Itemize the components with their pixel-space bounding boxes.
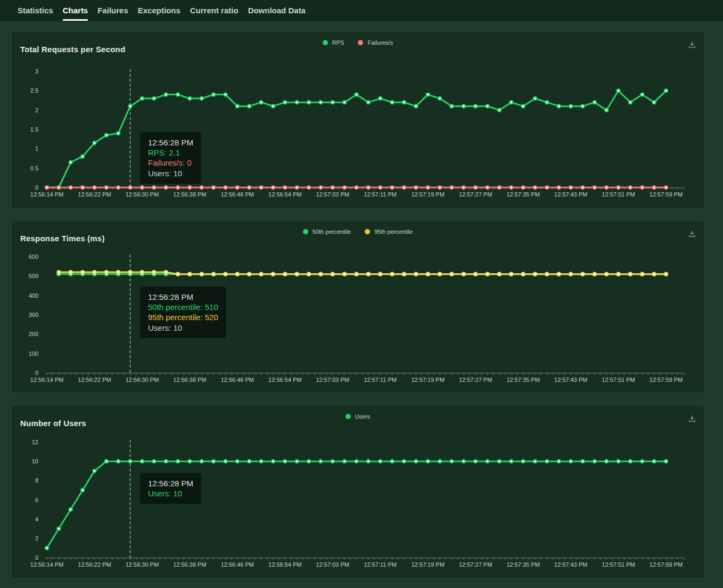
data-point[interactable] <box>200 97 203 100</box>
data-point[interactable] <box>605 186 608 189</box>
data-point[interactable] <box>510 101 513 104</box>
data-point[interactable] <box>117 460 120 463</box>
data-point[interactable] <box>141 460 144 463</box>
data-point[interactable] <box>522 460 525 463</box>
data-point[interactable] <box>498 273 501 276</box>
data-point[interactable] <box>272 273 275 276</box>
data-point[interactable] <box>545 273 548 276</box>
data-point[interactable] <box>81 271 84 274</box>
data-point[interactable] <box>81 155 84 158</box>
data-point[interactable] <box>653 101 656 104</box>
legend-item-users[interactable]: Users <box>346 413 371 420</box>
data-point[interactable] <box>343 273 346 276</box>
data-point[interactable] <box>343 186 346 189</box>
data-point[interactable] <box>426 273 430 276</box>
data-point[interactable] <box>569 186 572 189</box>
data-point[interactable] <box>367 273 370 276</box>
data-point[interactable] <box>533 460 537 463</box>
data-point[interactable] <box>117 186 120 189</box>
data-point[interactable] <box>640 273 644 276</box>
data-point[interactable] <box>93 186 96 189</box>
data-point[interactable] <box>593 460 596 463</box>
data-point[interactable] <box>93 271 96 274</box>
legend-item-rps[interactable]: RPS <box>323 39 344 46</box>
data-point[interactable] <box>248 273 251 276</box>
data-point[interactable] <box>486 186 489 189</box>
data-point[interactable] <box>260 186 263 189</box>
data-point[interactable] <box>45 546 48 550</box>
data-point[interactable] <box>426 460 430 463</box>
data-point[interactable] <box>272 460 275 463</box>
data-point[interactable] <box>176 273 179 276</box>
data-point[interactable] <box>355 273 358 276</box>
data-point[interactable] <box>331 460 334 463</box>
data-point[interactable] <box>248 186 251 189</box>
data-point[interactable] <box>462 460 465 463</box>
data-point[interactable] <box>93 141 96 144</box>
data-point[interactable] <box>331 273 334 276</box>
data-point[interactable] <box>367 101 370 104</box>
data-point[interactable] <box>141 271 144 274</box>
data-point[interactable] <box>664 460 668 463</box>
data-point[interactable] <box>545 101 548 104</box>
data-point[interactable] <box>69 508 72 511</box>
data-point[interactable] <box>224 186 227 189</box>
data-point[interactable] <box>498 186 501 189</box>
data-point[interactable] <box>498 460 501 463</box>
data-point[interactable] <box>248 460 251 463</box>
data-point[interactable] <box>522 104 525 108</box>
data-point[interactable] <box>200 460 203 463</box>
data-point[interactable] <box>640 460 644 463</box>
data-point[interactable] <box>379 460 382 463</box>
data-point[interactable] <box>402 460 406 463</box>
data-point[interactable] <box>557 186 561 189</box>
data-point[interactable] <box>379 186 382 189</box>
data-point[interactable] <box>474 460 477 463</box>
data-point[interactable] <box>617 89 620 92</box>
data-point[interactable] <box>105 460 108 463</box>
data-point[interactable] <box>236 186 239 189</box>
data-point[interactable] <box>664 186 668 189</box>
data-point[interactable] <box>69 161 72 164</box>
data-point[interactable] <box>295 186 299 189</box>
data-point[interactable] <box>188 273 191 276</box>
legend-item-50th-percentile[interactable]: 50th percentile <box>303 228 351 235</box>
data-point[interactable] <box>617 186 620 189</box>
data-point[interactable] <box>569 273 572 276</box>
data-point[interactable] <box>664 89 668 92</box>
data-point[interactable] <box>283 460 286 463</box>
data-point[interactable] <box>260 460 263 463</box>
data-point[interactable] <box>295 273 299 276</box>
data-point[interactable] <box>319 273 322 276</box>
data-point[interactable] <box>438 273 441 276</box>
data-point[interactable] <box>81 186 84 189</box>
data-point[interactable] <box>438 460 441 463</box>
data-point[interactable] <box>486 273 489 276</box>
tab-failures[interactable]: Failures <box>97 0 128 21</box>
data-point[interactable] <box>426 186 430 189</box>
data-point[interactable] <box>165 186 168 189</box>
data-point[interactable] <box>331 101 334 104</box>
data-point[interactable] <box>57 186 60 189</box>
data-point[interactable] <box>152 460 155 463</box>
data-point[interactable] <box>319 101 322 104</box>
data-point[interactable] <box>343 460 346 463</box>
data-point[interactable] <box>438 97 441 100</box>
data-point[interactable] <box>260 101 263 104</box>
data-point[interactable] <box>165 460 168 463</box>
data-point[interactable] <box>236 460 239 463</box>
data-point[interactable] <box>379 97 382 100</box>
data-point[interactable] <box>414 460 417 463</box>
data-point[interactable] <box>486 104 489 108</box>
data-point[interactable] <box>176 93 179 96</box>
data-point[interactable] <box>236 273 239 276</box>
data-point[interactable] <box>653 460 656 463</box>
data-point[interactable] <box>331 186 334 189</box>
data-point[interactable] <box>486 460 489 463</box>
data-point[interactable] <box>295 460 299 463</box>
data-point[interactable] <box>605 460 608 463</box>
data-point[interactable] <box>593 273 596 276</box>
data-point[interactable] <box>569 460 572 463</box>
data-point[interactable] <box>581 273 584 276</box>
data-point[interactable] <box>129 460 132 463</box>
